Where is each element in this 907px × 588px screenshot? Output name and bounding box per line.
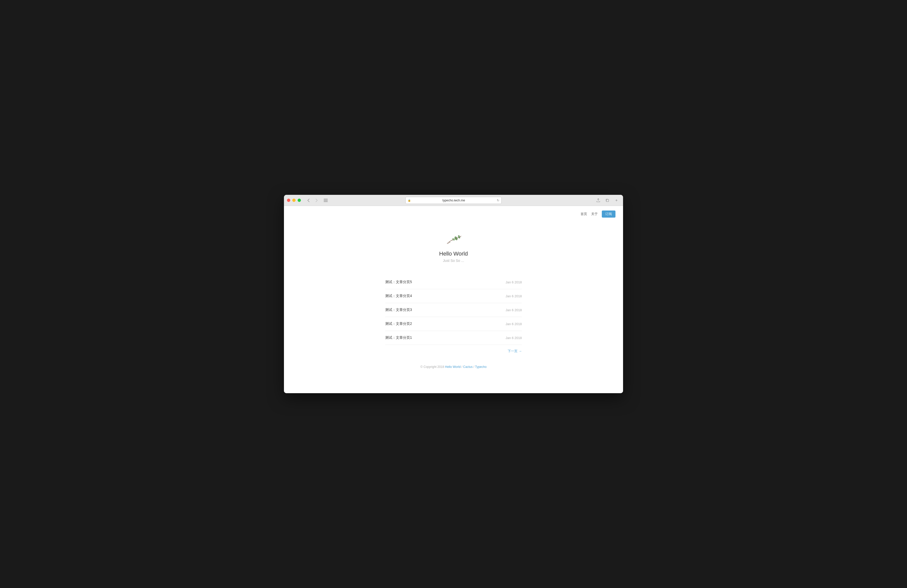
nav-buttons xyxy=(305,198,320,203)
footer-site-link[interactable]: Hello World xyxy=(445,365,461,369)
forward-button[interactable] xyxy=(313,198,320,203)
post-date: Jan 6 2018 xyxy=(506,280,522,284)
svg-point-11 xyxy=(452,240,452,241)
svg-point-10 xyxy=(460,237,460,238)
title-bar: 🔒 typecho.iwch.me ↻ + xyxy=(284,195,623,206)
svg-rect-1 xyxy=(324,200,328,201)
maximize-button[interactable] xyxy=(298,199,301,202)
post-title[interactable]: 测试：文章分页1 xyxy=(385,335,412,340)
post-date: Jan 6 2018 xyxy=(506,308,522,312)
post-date: Jan 6 2018 xyxy=(506,322,522,326)
post-title[interactable]: 测试：文章分页5 xyxy=(385,280,412,284)
table-row: 测试：文章分页5 Jan 6 2018 xyxy=(385,275,522,289)
svg-rect-0 xyxy=(324,199,328,199)
lock-icon: 🔒 xyxy=(408,199,411,202)
sidebar-button[interactable] xyxy=(322,198,329,203)
address-bar[interactable]: 🔒 typecho.iwch.me ↻ xyxy=(405,197,502,204)
site-logo xyxy=(443,232,464,247)
svg-point-8 xyxy=(457,237,458,238)
pagination: 下一页 → xyxy=(380,345,527,357)
duplicate-button[interactable] xyxy=(604,198,611,203)
toolbar-right: + xyxy=(595,197,620,204)
post-title[interactable]: 测试：文章分页3 xyxy=(385,308,412,312)
table-row: 测试：文章分页2 Jan 6 2018 xyxy=(385,317,522,331)
svg-rect-3 xyxy=(606,199,609,202)
footer-copyright: © Copyright 2018 xyxy=(420,365,444,369)
post-title[interactable]: 测试：文章分页2 xyxy=(385,322,412,326)
footer-theme-link[interactable]: Cactus xyxy=(463,365,473,369)
next-page-link[interactable]: 下一页 → xyxy=(508,349,522,354)
table-row: 测试：文章分页1 Jan 6 2018 xyxy=(385,331,522,345)
site-title: Hello World xyxy=(439,250,468,257)
footer-platform-link[interactable]: Typecho xyxy=(475,365,486,369)
nav-home[interactable]: 首页 xyxy=(580,212,587,216)
back-button[interactable] xyxy=(305,198,312,203)
site-subtitle: Just So So ... xyxy=(443,259,464,263)
post-date: Jan 6 2018 xyxy=(506,336,522,340)
table-row: 测试：文章分页3 Jan 6 2018 xyxy=(385,303,522,317)
top-nav: 首页 关于 订阅 xyxy=(284,206,623,222)
share-button[interactable] xyxy=(595,198,602,203)
close-button[interactable] xyxy=(287,199,290,202)
table-row: 测试：文章分页4 Jan 6 2018 xyxy=(385,289,522,303)
minimize-button[interactable] xyxy=(292,199,296,202)
browser-window: 🔒 typecho.iwch.me ↻ + 首页 关于 订 xyxy=(284,195,623,393)
page-content: 首页 关于 订阅 Hello World xyxy=(284,206,623,393)
subscribe-button[interactable]: 订阅 xyxy=(602,210,615,218)
svg-point-7 xyxy=(449,242,450,243)
new-tab-button[interactable]: + xyxy=(613,197,620,204)
hero-section: Hello World Just So So ... xyxy=(284,222,623,270)
url-text: typecho.iwch.me xyxy=(412,199,495,202)
traffic-lights xyxy=(287,199,301,202)
footer: © Copyright 2018 Hello World / Cactus / … xyxy=(284,357,623,374)
svg-point-9 xyxy=(448,243,449,244)
post-title[interactable]: 测试：文章分页4 xyxy=(385,294,412,298)
nav-about[interactable]: 关于 xyxy=(591,212,598,216)
refresh-icon[interactable]: ↻ xyxy=(497,199,499,202)
post-date: Jan 6 2018 xyxy=(506,294,522,298)
svg-rect-2 xyxy=(324,201,328,202)
posts-list: 测试：文章分页5 Jan 6 2018 测试：文章分页4 Jan 6 2018 … xyxy=(380,275,527,345)
